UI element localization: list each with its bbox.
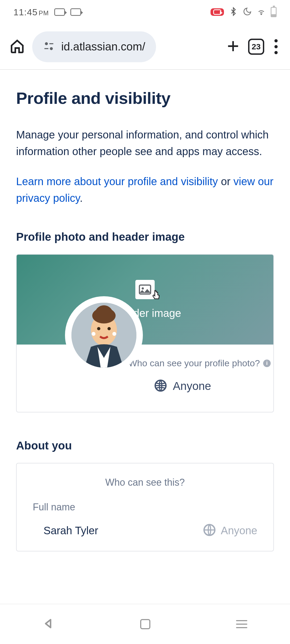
do-not-disturb-icon xyxy=(243,7,252,17)
home-nav-button[interactable] xyxy=(140,619,150,629)
recents-button[interactable] xyxy=(236,620,247,628)
globe-icon xyxy=(203,524,216,537)
url-text: id.atlassian.com/ xyxy=(61,40,145,53)
home-button[interactable] xyxy=(10,39,25,55)
status-bar: 11:45PM xyxy=(0,0,290,24)
pointer-cursor-icon xyxy=(150,289,162,302)
wifi-icon xyxy=(257,7,266,17)
intro-paragraph: Manage your personal information, and co… xyxy=(16,126,274,160)
photo-section-title: Profile photo and header image xyxy=(16,230,274,243)
about-section-title: About you xyxy=(16,439,274,452)
overflow-menu-button[interactable] xyxy=(272,36,280,57)
back-button[interactable] xyxy=(43,618,55,631)
site-settings-icon xyxy=(43,40,55,53)
full-name-visibility-value: Anyone xyxy=(221,525,257,537)
system-nav-bar xyxy=(0,604,290,644)
about-card: Who can see this? Full name Sarah Tyler … xyxy=(16,463,274,551)
tab-switcher-button[interactable]: 23 xyxy=(248,39,264,55)
full-name-label: Full name xyxy=(33,502,257,513)
links-paragraph: Learn more about your profile and visibi… xyxy=(16,173,274,206)
camera-icon xyxy=(70,8,81,16)
recording-badge-icon xyxy=(211,8,224,16)
svg-point-9 xyxy=(97,327,100,330)
address-bar[interactable]: id.atlassian.com/ xyxy=(32,31,156,62)
page-title: Profile and visibility xyxy=(16,89,274,108)
photo-visibility-value: Anyone xyxy=(173,380,211,393)
svg-point-0 xyxy=(261,14,262,15)
svg-point-12 xyxy=(112,332,116,336)
svg-point-10 xyxy=(107,327,111,330)
svg-point-2 xyxy=(50,47,53,50)
camera-icon xyxy=(54,8,65,16)
info-icon[interactable]: i xyxy=(263,360,271,367)
upload-header-icon xyxy=(135,280,155,299)
svg-point-8 xyxy=(92,308,115,323)
full-name-visibility-selector[interactable]: Anyone xyxy=(203,524,257,537)
svg-point-1 xyxy=(45,42,48,45)
header-image-area[interactable]: r header image xyxy=(17,255,273,345)
svg-point-11 xyxy=(92,332,96,336)
profile-avatar[interactable] xyxy=(65,296,143,374)
full-name-value[interactable]: Sarah Tyler xyxy=(44,525,98,537)
browser-toolbar: id.atlassian.com/ 23 xyxy=(0,24,290,70)
globe-icon xyxy=(154,379,167,393)
battery-icon xyxy=(271,7,277,17)
about-visibility-header: Who can see this? xyxy=(33,477,257,488)
photo-visibility-label: Who can see your profile photo? i xyxy=(27,358,263,368)
new-tab-button[interactable] xyxy=(226,39,241,55)
bluetooth-icon xyxy=(229,7,238,17)
svg-point-4 xyxy=(142,287,144,290)
photo-card: r header image xyxy=(16,254,274,412)
status-time: 11:45PM xyxy=(13,7,49,17)
learn-more-link[interactable]: Learn more about your profile and visibi… xyxy=(16,175,218,187)
photo-visibility-selector[interactable]: Anyone xyxy=(27,379,263,393)
page-content: Profile and visibility Manage your perso… xyxy=(0,70,290,604)
